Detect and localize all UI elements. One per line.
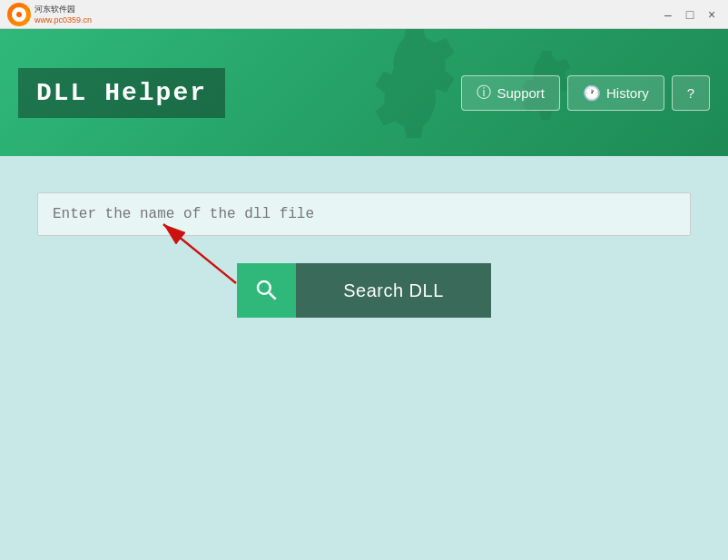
title-bar: 河东软件园 www.pc0359.cn – □ × (0, 0, 728, 29)
app-header: DLL Helper ⓘ Support 🕐 History ? (0, 29, 728, 156)
gear-decoration-large (356, 29, 474, 142)
close-button[interactable]: × (703, 5, 721, 24)
support-icon: ⓘ (477, 84, 491, 103)
logo-cn-text: 河东软件园 (34, 4, 92, 15)
logo-circle (7, 3, 31, 26)
support-button[interactable]: ⓘ Support (461, 75, 560, 111)
main-content: Search DLL (0, 156, 728, 560)
support-label: Support (497, 85, 545, 101)
search-icon-button[interactable] (237, 263, 296, 318)
search-button-group: Search DLL (237, 263, 491, 318)
search-input-container (37, 192, 691, 236)
history-label: History (606, 85, 649, 101)
logo-text: 河东软件园 www.pc0359.cn (34, 4, 92, 25)
search-dll-button[interactable]: Search DLL (296, 263, 491, 318)
maximize-button[interactable]: □ (681, 5, 699, 24)
logo-url-text: www.pc0359.cn (34, 15, 92, 25)
history-button[interactable]: 🕐 History (567, 75, 664, 111)
minimize-button[interactable]: – (659, 5, 677, 24)
search-input[interactable] (37, 192, 691, 236)
app-logo: 河东软件园 www.pc0359.cn (7, 3, 92, 26)
help-button[interactable]: ? (672, 75, 710, 111)
history-icon: 🕐 (583, 84, 601, 102)
app-title: DLL Helper (18, 68, 225, 118)
window-controls: – □ × (659, 5, 721, 24)
help-icon: ? (687, 85, 694, 101)
header-buttons: ⓘ Support 🕐 History ? (461, 75, 710, 111)
search-icon (253, 277, 280, 304)
